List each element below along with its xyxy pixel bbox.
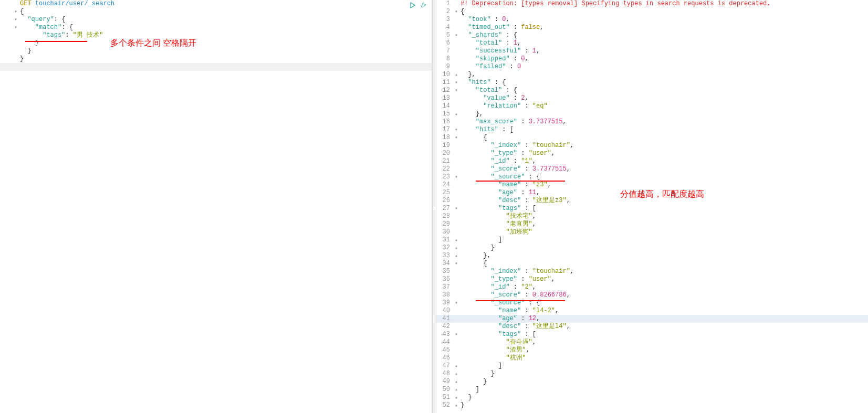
response-line[interactable]: 25 "age" : 11, xyxy=(436,189,868,197)
response-line[interactable]: 3 "took" : 0, xyxy=(436,16,868,24)
request-line[interactable]: ▾ "query": { xyxy=(0,16,432,24)
response-line[interactable]: 23▾ "_source" : { xyxy=(436,173,868,181)
wrench-icon[interactable] xyxy=(419,1,427,9)
response-line[interactable]: 51▴ } xyxy=(436,394,868,401)
fold-toggle[interactable]: ▾ xyxy=(453,126,459,134)
response-line[interactable]: 22 "_score" : 3.7377515, xyxy=(436,165,868,173)
fold-toggle[interactable]: ▾ xyxy=(453,79,459,87)
fold-toggle[interactable]: ▾ xyxy=(453,8,459,16)
run-query-icon[interactable] xyxy=(409,1,417,9)
response-line[interactable]: 6 "total" : 1, xyxy=(436,39,868,47)
response-line[interactable]: 50▴ ] xyxy=(436,386,868,394)
request-line[interactable]: ▾{ xyxy=(0,8,432,16)
response-line[interactable]: 35 "_index" : "touchair", xyxy=(436,268,868,276)
fold-toggle[interactable]: ▴ xyxy=(453,378,459,386)
fold-toggle[interactable]: ▾ xyxy=(453,87,459,94)
fold-toggle[interactable]: ▴ xyxy=(453,110,459,118)
response-line[interactable]: 7 "successful" : 1, xyxy=(436,47,868,55)
request-line[interactable]: } xyxy=(0,39,432,47)
response-line[interactable]: 24 "name" : "z3", xyxy=(436,181,868,189)
response-line[interactable]: 8 "skipped" : 0, xyxy=(436,55,868,63)
response-line[interactable]: 30 "加班狗" xyxy=(436,228,868,236)
response-line[interactable]: 32▴ } xyxy=(436,244,868,252)
response-line[interactable]: 36 "_type" : "user", xyxy=(436,276,868,283)
response-line[interactable]: 40 "name" : "l4-2", xyxy=(436,307,868,315)
request-line[interactable]: GET touchair/user/_search xyxy=(0,0,432,8)
fold-toggle[interactable]: ▾ xyxy=(453,173,459,181)
line-number: 3 xyxy=(436,16,453,24)
fold-toggle[interactable]: ▾ xyxy=(13,8,19,16)
line-number: 40 xyxy=(436,307,453,315)
fold-toggle[interactable]: ▴ xyxy=(453,71,459,79)
response-line[interactable]: 2▾{ xyxy=(436,8,868,16)
response-line[interactable]: 16 "max_score" : 3.7377515, xyxy=(436,118,868,126)
fold-toggle[interactable]: ▴ xyxy=(453,370,459,378)
fold-toggle xyxy=(453,346,459,354)
response-line[interactable]: 5▾ "_shards" : { xyxy=(436,31,868,39)
response-line[interactable]: 48▴ } xyxy=(436,370,868,378)
request-line[interactable]: } xyxy=(0,47,432,55)
fold-toggle[interactable]: ▾ xyxy=(453,31,459,39)
request-code-area[interactable]: GET touchair/user/_search▾{▾ "query": {▾… xyxy=(0,0,432,71)
fold-toggle[interactable]: ▾ xyxy=(13,24,19,31)
response-line[interactable]: 44 "奋斗逼", xyxy=(436,338,868,346)
response-line[interactable]: 42 "desc" : "这里是l4", xyxy=(436,323,868,331)
fold-toggle[interactable]: ▴ xyxy=(453,236,459,244)
response-line[interactable]: 47▴ ] xyxy=(436,362,868,370)
request-line[interactable] xyxy=(0,63,432,71)
line-number: 27 xyxy=(436,205,453,213)
fold-toggle[interactable]: ▾ xyxy=(453,260,459,268)
request-line[interactable]: "tags": "男 技术" xyxy=(0,31,432,39)
response-line[interactable]: 1#! Deprecation: [types removal] Specify… xyxy=(436,0,868,8)
request-line[interactable]: ▾ "match": { xyxy=(0,24,432,31)
fold-toggle[interactable]: ▾ xyxy=(453,331,459,338)
response-code-area[interactable]: 1#! Deprecation: [types removal] Specify… xyxy=(436,0,868,409)
fold-toggle[interactable]: ▴ xyxy=(453,362,459,370)
response-line[interactable]: 19 "_index" : "touchair", xyxy=(436,142,868,150)
response-line[interactable]: 31▴ ] xyxy=(436,236,868,244)
response-line[interactable]: 17▾ "hits" : [ xyxy=(436,126,868,134)
fold-toggle[interactable]: ▾ xyxy=(453,299,459,307)
response-line[interactable]: 10▴ }, xyxy=(436,71,868,79)
response-line[interactable]: 33▴ }, xyxy=(436,252,868,260)
response-line[interactable]: 41 "age" : 12, xyxy=(436,315,868,323)
response-line[interactable]: 45 "渣男", xyxy=(436,346,868,354)
response-line[interactable]: 43▾ "tags" : [ xyxy=(436,331,868,338)
request-line[interactable]: } xyxy=(0,55,432,63)
fold-toggle[interactable]: ▴ xyxy=(453,252,459,260)
response-line[interactable]: 34▾ { xyxy=(436,260,868,268)
fold-toggle[interactable]: ▴ xyxy=(453,244,459,252)
response-line[interactable]: 27▾ "tags" : [ xyxy=(436,205,868,213)
response-line[interactable]: 15▴ }, xyxy=(436,110,868,118)
response-line[interactable]: 37 "_id" : "2", xyxy=(436,283,868,291)
response-line[interactable]: 11▾ "hits" : { xyxy=(436,79,868,87)
response-viewer-pane[interactable]: 1#! Deprecation: [types removal] Specify… xyxy=(436,0,868,413)
fold-toggle[interactable]: ▾ xyxy=(453,134,459,142)
response-line[interactable]: 13 "value" : 2, xyxy=(436,94,868,102)
response-line[interactable]: 20 "_type" : "user", xyxy=(436,150,868,157)
pane-splitter[interactable]: ⋮ xyxy=(432,0,436,413)
code-content: "_type" : "user", xyxy=(459,276,868,283)
response-line[interactable]: 38 "_score" : 0.8266786, xyxy=(436,291,868,299)
response-line[interactable]: 26 "desc" : "这里是z3", xyxy=(436,197,868,205)
response-line[interactable]: 52▴} xyxy=(436,401,868,409)
fold-toggle[interactable]: ▴ xyxy=(453,394,459,401)
fold-toggle[interactable]: ▾ xyxy=(453,205,459,213)
fold-toggle[interactable]: ▾ xyxy=(13,16,19,24)
response-line[interactable]: 39▾ "_source" : { xyxy=(436,299,868,307)
response-line[interactable]: 4 "timed_out" : false, xyxy=(436,24,868,31)
response-line[interactable]: 9 "failed" : 0 xyxy=(436,63,868,71)
code-content: "tags" : [ xyxy=(459,205,868,213)
request-editor-pane[interactable]: GET touchair/user/_search▾{▾ "query": {▾… xyxy=(0,0,432,413)
response-line[interactable]: 21 "_id" : "1", xyxy=(436,157,868,165)
response-line[interactable]: 49▴ } xyxy=(436,378,868,386)
response-line[interactable]: 14 "relation" : "eq" xyxy=(436,102,868,110)
response-line[interactable]: 12▾ "total" : { xyxy=(436,87,868,94)
fold-toggle xyxy=(453,220,459,228)
response-line[interactable]: 46 "杭州" xyxy=(436,354,868,362)
response-line[interactable]: 28 "技术宅", xyxy=(436,213,868,220)
response-line[interactable]: 18▾ { xyxy=(436,134,868,142)
response-line[interactable]: 29 "老直男", xyxy=(436,220,868,228)
fold-toggle[interactable]: ▴ xyxy=(453,401,459,409)
fold-toggle[interactable]: ▴ xyxy=(453,386,459,394)
